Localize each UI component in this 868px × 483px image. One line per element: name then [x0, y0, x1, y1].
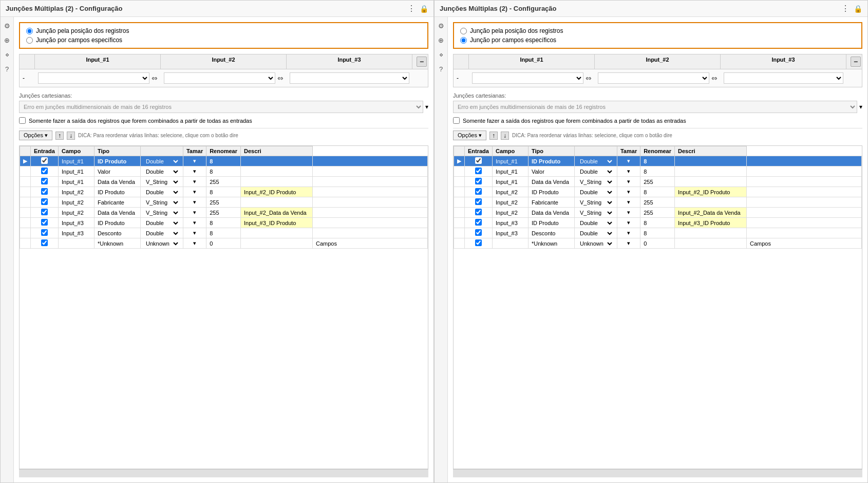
row-checkbox-cell[interactable] [465, 166, 493, 177]
row-checkbox[interactable] [41, 209, 48, 215]
row-tipo[interactable]: Double [574, 166, 617, 177]
table-row[interactable]: Input_#2FabricanteV_String▾255 [20, 197, 428, 208]
row-checkbox-cell[interactable] [465, 156, 493, 166]
row-tipo[interactable]: Unknown [140, 238, 183, 249]
table-row[interactable]: Input_#3DescontoDouble▾8 [20, 228, 428, 238]
row-checkbox-cell[interactable] [31, 187, 59, 197]
radio-option-0[interactable]: Junção pela posição dos registros [26, 27, 421, 34]
join-select-0[interactable] [38, 72, 149, 84]
row-checkbox[interactable] [41, 157, 48, 164]
tipo-select[interactable]: Double [144, 230, 180, 237]
tipo-select[interactable]: Double [144, 219, 180, 227]
row-checkbox-cell[interactable] [465, 187, 493, 197]
table-row[interactable]: *UnknownUnknown▾0Campos [20, 238, 428, 249]
row-checkbox[interactable] [41, 188, 48, 195]
row-checkbox-cell[interactable] [465, 218, 493, 228]
row-tipo[interactable]: V_String [574, 197, 617, 208]
join-select-0[interactable] [472, 72, 583, 84]
tipo-select[interactable]: V_String [578, 199, 614, 206]
more-icon[interactable]: ⋮ [407, 5, 416, 13]
row-checkbox[interactable] [41, 198, 48, 205]
tipo-select[interactable]: Double [144, 189, 180, 196]
tipo-select[interactable]: V_String [578, 178, 614, 185]
side-icon-0[interactable]: ⚙ [3, 21, 12, 30]
row-checkbox-cell[interactable] [31, 166, 59, 177]
row-tipo[interactable]: Double [140, 156, 183, 166]
radio-option-1[interactable]: Junção por campos específicos [26, 36, 421, 44]
up-button[interactable]: ↑ [489, 132, 498, 140]
radio-input-1[interactable] [26, 37, 33, 44]
table-row[interactable]: Input_#1Data da VendaV_String▾255 [454, 177, 862, 187]
table-row[interactable]: ▶Input_#1ID ProdutoDouble▾8 [454, 156, 862, 166]
table-row[interactable]: Input_#2Data da VendaV_String▾255Input_#… [454, 208, 862, 218]
table-row[interactable]: Input_#1ValorDouble▾8 [454, 166, 862, 177]
row-checkbox[interactable] [41, 168, 48, 174]
tipo-select[interactable]: Double [578, 230, 614, 237]
row-checkbox-cell[interactable] [465, 238, 493, 249]
row-checkbox-cell[interactable] [31, 208, 59, 218]
down-button[interactable]: ↓ [67, 132, 75, 140]
row-checkbox-cell[interactable] [31, 177, 59, 187]
row-checkbox-cell[interactable] [465, 228, 493, 238]
row-tipo[interactable]: Double [140, 187, 183, 197]
more-icon[interactable]: ⋮ [841, 5, 850, 13]
table-row[interactable]: Input_#2FabricanteV_String▾255 [454, 197, 862, 208]
join-select-1[interactable] [598, 72, 709, 84]
side-icon-2[interactable]: ⋄ [437, 50, 446, 59]
options-button[interactable]: Opções ▾ [453, 131, 486, 140]
radio-input-0[interactable] [26, 28, 33, 34]
horizontal-scrollbar[interactable] [453, 469, 862, 477]
row-checkbox[interactable] [41, 178, 48, 184]
table-row[interactable]: Input_#2Data da VendaV_String▾255Input_#… [20, 208, 428, 218]
side-icon-0[interactable]: ⚙ [437, 21, 446, 30]
row-checkbox[interactable] [475, 157, 482, 164]
row-tipo[interactable]: Double [574, 187, 617, 197]
table-row[interactable]: Input_#3DescontoDouble▾8 [454, 228, 862, 238]
radio-option-0[interactable]: Junção pela posição dos registros [460, 27, 855, 34]
row-checkbox[interactable] [41, 219, 48, 226]
row-tipo[interactable]: V_String [140, 177, 183, 187]
table-row[interactable]: Input_#3ID ProdutoDouble▾8Input_#3_ID Pr… [20, 218, 428, 228]
down-button[interactable]: ↓ [501, 132, 509, 140]
row-tipo[interactable]: Double [140, 218, 183, 228]
tipo-select[interactable]: Double [578, 189, 614, 196]
tipo-select[interactable]: Double [578, 219, 614, 227]
row-tipo[interactable]: Double [574, 218, 617, 228]
row-tipo[interactable]: V_String [574, 177, 617, 187]
row-tipo[interactable]: Double [574, 228, 617, 238]
tipo-select[interactable]: V_String [144, 209, 180, 216]
tipo-select[interactable]: V_String [144, 178, 180, 185]
table-row[interactable]: Input_#2ID ProdutoDouble▾8Input_#2_ID Pr… [20, 187, 428, 197]
row-checkbox[interactable] [41, 229, 48, 236]
row-tipo[interactable]: Unknown [574, 238, 617, 249]
tipo-select[interactable]: Double [578, 158, 614, 165]
radio-input-1[interactable] [460, 37, 467, 44]
row-checkbox[interactable] [475, 239, 482, 246]
row-checkbox[interactable] [475, 219, 482, 226]
pin-icon[interactable]: 🔒 [420, 5, 428, 12]
output-checkbox[interactable] [19, 117, 26, 124]
row-checkbox[interactable] [475, 168, 482, 174]
tipo-select[interactable]: V_String [144, 199, 180, 206]
side-icon-3[interactable]: ? [437, 64, 446, 73]
table-row[interactable]: ▶Input_#1ID ProdutoDouble▾8 [20, 156, 428, 166]
row-tipo[interactable]: V_String [140, 197, 183, 208]
tipo-select[interactable]: Unknown [144, 240, 180, 247]
row-tipo[interactable]: V_String [574, 208, 617, 218]
cartesian-select[interactable]: Erro em junções multidimensionais de mai… [19, 101, 423, 113]
row-checkbox-cell[interactable] [31, 238, 59, 249]
row-checkbox[interactable] [475, 229, 482, 236]
up-button[interactable]: ↑ [55, 132, 64, 140]
minus-button[interactable]: − [851, 57, 861, 67]
tipo-select[interactable]: Double [144, 168, 180, 175]
row-checkbox-cell[interactable] [31, 228, 59, 238]
table-row[interactable]: Input_#1ValorDouble▾8 [20, 166, 428, 177]
row-tipo[interactable]: Double [574, 156, 617, 166]
horizontal-scrollbar[interactable] [19, 469, 428, 477]
row-checkbox-cell[interactable] [465, 208, 493, 218]
row-checkbox[interactable] [41, 239, 48, 246]
radio-option-1[interactable]: Junção por campos específicos [460, 36, 855, 44]
row-checkbox-cell[interactable] [31, 218, 59, 228]
row-checkbox-cell[interactable] [465, 197, 493, 208]
side-icon-3[interactable]: ? [3, 64, 12, 73]
